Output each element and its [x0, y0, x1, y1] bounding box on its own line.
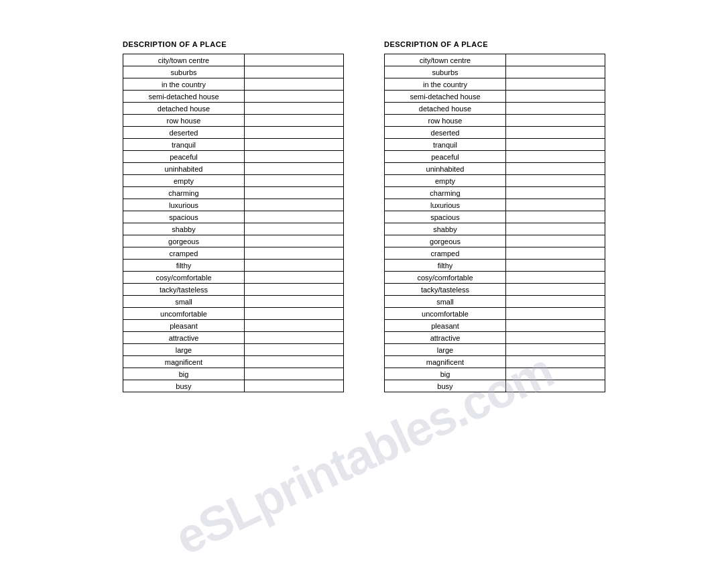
table-row: cramped — [123, 247, 344, 260]
vocab-term: small — [123, 296, 245, 308]
table-row: pleasant — [385, 320, 605, 332]
vocab-term: row house — [385, 115, 506, 127]
vocab-blank — [244, 187, 343, 199]
vocab-term: busy — [123, 380, 245, 392]
table-row: small — [385, 296, 605, 308]
vocab-blank — [505, 368, 605, 380]
table-row: magnificent — [123, 356, 344, 368]
worksheet-section-right: DESCRIPTION OF A PLACEcity/town centresu… — [384, 40, 605, 392]
vocab-term: in the country — [123, 78, 245, 91]
vocab-blank — [244, 380, 343, 392]
vocab-term: tacky/tasteless — [123, 284, 245, 296]
vocab-blank — [505, 332, 605, 344]
vocab-blank — [244, 296, 343, 308]
table-row: city/town centre — [123, 54, 344, 66]
vocab-term: deserted — [123, 127, 245, 139]
table-row: tranquil — [123, 139, 344, 151]
vocab-blank — [505, 380, 605, 392]
vocab-blank — [244, 320, 343, 332]
vocab-term: spacious — [123, 211, 245, 223]
vocab-blank — [244, 103, 343, 115]
vocab-term: large — [385, 344, 506, 356]
vocab-term: charming — [385, 187, 506, 199]
table-row: busy — [123, 380, 344, 392]
vocab-blank — [505, 91, 605, 103]
table-row: cramped — [385, 247, 605, 260]
vocab-term: cosy/comfortable — [385, 272, 506, 284]
vocab-term: uninhabited — [385, 163, 506, 175]
vocab-term: suburbs — [123, 66, 245, 78]
table-row: small — [123, 296, 344, 308]
vocab-blank — [505, 78, 605, 91]
table-row: tacky/tasteless — [123, 284, 344, 296]
vocab-term: uncomfortable — [385, 308, 506, 320]
vocab-term: attractive — [385, 332, 506, 344]
vocab-blank — [244, 272, 343, 284]
vocab-blank — [244, 78, 343, 91]
vocab-blank — [244, 91, 343, 103]
vocab-term: suburbs — [385, 66, 506, 78]
vocab-term: luxurious — [385, 199, 506, 211]
vocab-term: gorgeous — [123, 235, 245, 247]
vocab-term: pleasant — [123, 320, 245, 332]
table-row: suburbs — [123, 66, 344, 78]
table-row: attractive — [385, 332, 605, 344]
vocab-term: tranquil — [385, 139, 506, 151]
table-row: empty — [385, 175, 605, 187]
table-row: spacious — [123, 211, 344, 223]
vocab-term: uninhabited — [123, 163, 245, 175]
vocab-term: semi-detached house — [385, 91, 506, 103]
vocab-blank — [244, 368, 343, 380]
vocab-blank — [505, 260, 605, 272]
table-row: filthy — [385, 260, 605, 272]
vocab-blank — [505, 163, 605, 175]
table-row: gorgeous — [123, 235, 344, 247]
vocab-term: detached house — [385, 103, 506, 115]
table-row: semi-detached house — [385, 91, 605, 103]
vocab-blank — [505, 272, 605, 284]
vocab-blank — [244, 247, 343, 260]
vocab-term: spacious — [385, 211, 506, 223]
vocab-term: deserted — [385, 127, 506, 139]
table-row: large — [385, 344, 605, 356]
table-row: deserted — [385, 127, 605, 139]
table-row: spacious — [385, 211, 605, 223]
section-title-left: DESCRIPTION OF A PLACE — [123, 40, 227, 48]
table-row: uncomfortable — [123, 308, 344, 320]
vocab-blank — [244, 163, 343, 175]
vocab-blank — [505, 127, 605, 139]
table-row: uncomfortable — [385, 308, 605, 320]
vocab-term: big — [123, 368, 245, 380]
vocab-term: empty — [123, 175, 245, 187]
table-row: gorgeous — [385, 235, 605, 247]
vocab-blank — [244, 235, 343, 247]
table-row: cosy/comfortable — [385, 272, 605, 284]
vocab-term: magnificent — [385, 356, 506, 368]
vocab-blank — [505, 247, 605, 260]
vocab-blank — [505, 356, 605, 368]
vocab-blank — [505, 187, 605, 199]
table-row: tacky/tasteless — [385, 284, 605, 296]
vocab-term: tranquil — [123, 139, 245, 151]
table-row: shabby — [385, 223, 605, 235]
vocab-blank — [244, 199, 343, 211]
vocab-term: peaceful — [123, 151, 245, 163]
table-row: uninhabited — [385, 163, 605, 175]
vocab-blank — [505, 151, 605, 163]
vocab-term: uncomfortable — [123, 308, 245, 320]
vocab-term: city/town centre — [123, 54, 245, 66]
vocab-term: cramped — [123, 247, 245, 260]
vocab-blank — [244, 223, 343, 235]
table-row: row house — [385, 115, 605, 127]
vocab-term: cosy/comfortable — [123, 272, 245, 284]
vocab-term: shabby — [385, 223, 506, 235]
table-row: peaceful — [385, 151, 605, 163]
vocab-blank — [505, 223, 605, 235]
vocab-term: luxurious — [123, 199, 245, 211]
table-row: big — [385, 368, 605, 380]
vocab-blank — [244, 175, 343, 187]
vocab-blank — [505, 284, 605, 296]
vocab-blank — [244, 284, 343, 296]
vocab-term: busy — [385, 380, 506, 392]
table-row: busy — [385, 380, 605, 392]
